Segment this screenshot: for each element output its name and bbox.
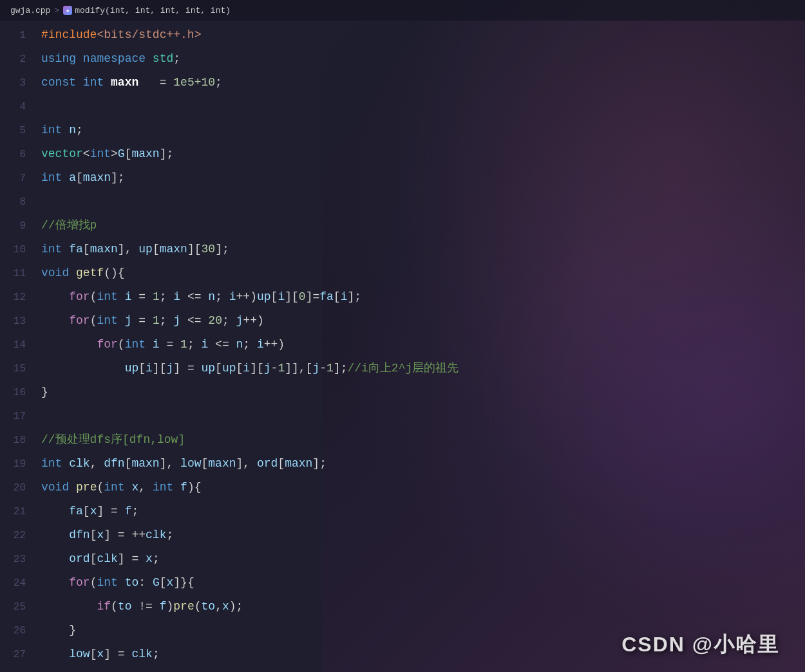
token xyxy=(146,52,153,65)
token: x xyxy=(97,528,104,541)
token: ++) xyxy=(264,338,285,351)
token xyxy=(41,600,97,613)
token: maxn xyxy=(131,147,159,160)
token: = xyxy=(160,338,180,351)
line-content: for(int j = 1; j <= 20; j++) xyxy=(39,309,805,332)
token: ; xyxy=(153,552,160,565)
token: clk xyxy=(97,552,117,565)
token: <= xyxy=(208,338,236,351)
token: dfn xyxy=(104,457,124,470)
token: ; xyxy=(160,314,174,327)
line-content: fa[x] = f; xyxy=(39,499,805,523)
token: [ xyxy=(90,528,97,541)
token: int xyxy=(104,481,124,494)
token: int xyxy=(97,290,117,303)
token xyxy=(62,124,69,136)
token: int xyxy=(41,243,62,256)
line-number: 6 xyxy=(0,143,39,166)
token: const xyxy=(41,76,76,89)
line-content: } xyxy=(39,666,805,672)
code-line: 21 fa[x] = f; xyxy=(0,499,805,523)
token: ] = xyxy=(118,552,146,565)
token: j xyxy=(173,314,180,327)
line-content: ord[clk] = x; xyxy=(39,547,805,570)
token: [ xyxy=(138,362,146,375)
line-content xyxy=(39,404,805,427)
token xyxy=(41,552,69,565)
token: int xyxy=(41,124,62,136)
token: ; xyxy=(215,76,222,89)
token xyxy=(41,576,69,589)
line-content: //预处理dfs序[dfn,low] xyxy=(39,428,805,451)
token: fa xyxy=(319,290,334,303)
token xyxy=(62,243,69,256)
token: x xyxy=(131,481,138,494)
token xyxy=(69,481,76,494)
line-content: vector<int>G[maxn]; xyxy=(39,142,805,165)
token: = xyxy=(131,314,152,327)
token: n xyxy=(208,290,215,303)
line-number: 18 xyxy=(0,429,39,452)
token: f xyxy=(125,505,132,518)
token: ]],[ xyxy=(285,362,312,375)
code-line: 24 for(int to: G[x]}{ xyxy=(0,571,805,595)
token xyxy=(118,576,125,589)
token: maxn xyxy=(285,457,312,470)
token: ]; xyxy=(334,362,348,375)
breadcrumb-function: ◈ modify(int, int, int, int, int) xyxy=(63,6,231,15)
token: x xyxy=(222,600,229,613)
token: 1 xyxy=(153,290,160,303)
token: void xyxy=(41,266,69,279)
token: 1 xyxy=(180,338,187,351)
token: <= xyxy=(180,314,208,327)
line-content: const int maxn = 1e5+10; xyxy=(39,71,805,94)
token: ][ xyxy=(250,362,264,375)
token: [ xyxy=(271,290,278,303)
token: for xyxy=(69,290,90,303)
token: up xyxy=(202,362,216,375)
token: //预处理dfs序[dfn,low] xyxy=(41,433,185,446)
token: maxn xyxy=(208,457,236,470)
token: ( xyxy=(111,600,118,613)
line-content: if(to != f)pre(to,x); xyxy=(39,595,805,618)
token xyxy=(118,290,125,303)
token: n xyxy=(236,338,243,351)
token: [ xyxy=(334,290,341,303)
token: up xyxy=(125,362,139,375)
line-number: 28 xyxy=(0,667,39,672)
token: clk xyxy=(131,648,152,660)
token: != xyxy=(131,600,159,613)
token xyxy=(173,481,180,494)
token: G xyxy=(153,576,160,589)
token: i xyxy=(173,290,180,303)
token: maxn xyxy=(111,76,138,89)
line-number: 1 xyxy=(0,24,39,47)
line-content: int fa[maxn], up[maxn][30]; xyxy=(39,238,805,261)
token: ; xyxy=(243,338,257,351)
breadcrumb: gwja.cpp > ◈ modify(int, int, int, int, … xyxy=(0,0,805,21)
token: maxn xyxy=(83,171,111,184)
code-line: 19int clk, dfn[maxn], low[maxn], ord[max… xyxy=(0,452,805,476)
line-content: int clk, dfn[maxn], low[maxn], ord[maxn]… xyxy=(39,452,805,475)
token: ]; xyxy=(160,147,174,160)
code-line: 2using namespace std; xyxy=(0,47,805,71)
token: [ xyxy=(90,648,97,660)
token: j xyxy=(125,314,132,327)
line-content: for(int i = 1; i <= n; i++) xyxy=(39,333,805,356)
token: [ xyxy=(83,243,90,256)
token: [ xyxy=(160,576,167,589)
token: = xyxy=(131,290,152,303)
line-number: 15 xyxy=(0,357,39,380)
line-number: 7 xyxy=(0,167,39,190)
token: ; xyxy=(76,124,83,136)
token: 1e5+10 xyxy=(173,76,215,89)
token: ; xyxy=(222,314,236,327)
code-line: 23 ord[clk] = x; xyxy=(0,547,805,571)
token: ] = xyxy=(104,648,131,660)
token: fa xyxy=(69,505,83,518)
token: ]; xyxy=(312,457,327,470)
token: to xyxy=(118,600,132,613)
token xyxy=(104,76,111,89)
code-line: 7int a[maxn]; xyxy=(0,166,805,190)
token: vector xyxy=(41,147,83,160)
